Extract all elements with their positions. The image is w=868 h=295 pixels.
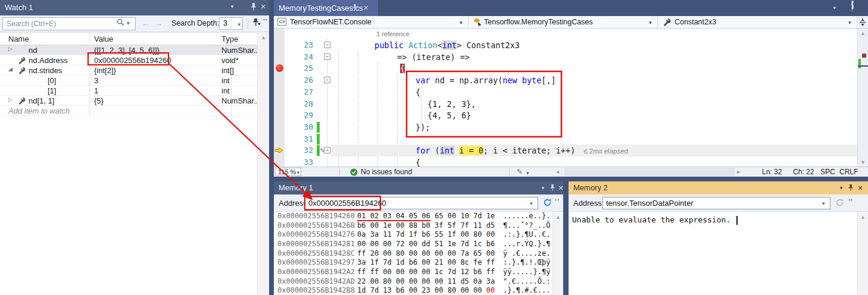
editor-vscrollbar[interactable]: ▲ ▼	[857, 29, 868, 167]
column-header-value[interactable]: Value	[94, 34, 113, 43]
scroll-down-icon[interactable]: ▼	[858, 159, 868, 165]
watch-title: Watch 1	[5, 3, 33, 12]
memory1-titlebar[interactable]: Memory 1 ▾ ✕	[274, 181, 563, 194]
code-text[interactable]: {1, 2, 3},	[427, 98, 476, 110]
nav-member-dropdown[interactable]: Constant2x3 ▾	[658, 16, 857, 28]
fold-box[interactable]: −	[324, 77, 330, 83]
code-token: var	[416, 76, 430, 85]
watch-row[interactable]: nd.Address0x000002556b194260void*	[0, 55, 257, 65]
memory-row[interactable]: 0x000002556B1942973a 1f 7d 1d b6 00 21 0…	[274, 258, 552, 267]
chevron-down-icon[interactable]: ▾	[526, 168, 529, 177]
search-input[interactable]	[2, 17, 136, 30]
scroll-up-icon[interactable]: ▲	[858, 30, 868, 36]
watch-row[interactable]: ◢nd.strides{int[2]}int[]	[0, 65, 257, 76]
zoom-select[interactable]: 115 % ▾	[275, 168, 301, 176]
scroll-up-icon[interactable]: ▲	[858, 214, 868, 220]
add-watch-placeholder[interactable]: Add item to watch	[8, 106, 70, 115]
toolbar-overflow-button[interactable]: ..	[263, 14, 268, 21]
code-text[interactable]: public Action<int> Constant2x3	[374, 39, 520, 51]
code-text[interactable]: {	[400, 62, 405, 74]
insert-mode-status[interactable]: SPC	[820, 167, 835, 177]
code-token: {1, 2, 3},	[427, 99, 476, 109]
collapsed-expander-icon[interactable]: ▷	[8, 46, 13, 52]
chevron-down-icon[interactable]: ▾	[530, 200, 533, 206]
fold-box[interactable]: −	[324, 54, 330, 60]
hscroll-right-arrow-icon[interactable]: ▸	[737, 167, 740, 177]
memory2-vscrollbar[interactable]: ▲	[857, 212, 868, 295]
breakpoint-margin[interactable]	[274, 29, 285, 167]
line-ending-status[interactable]: CRLF	[839, 167, 858, 177]
column-header-name[interactable]: Name	[8, 34, 29, 43]
chevron-down-icon[interactable]: ▾	[822, 200, 825, 206]
nav-class-dropdown[interactable]: Tensorflow.MemoryTestingCases ▾	[469, 16, 658, 28]
close-icon[interactable]: ✕	[556, 181, 563, 194]
close-icon[interactable]: ✕	[258, 0, 268, 13]
refresh-icon[interactable]	[543, 198, 552, 207]
hscroll-left-arrow-icon[interactable]: ◂	[556, 167, 559, 177]
watch-value: 1	[94, 86, 98, 95]
nav-project-dropdown[interactable]: C# TensorFlowNET.Console ▾	[274, 16, 469, 28]
collapsed-expander-icon[interactable]: ▷	[8, 96, 13, 102]
expanded-expander-icon[interactable]: ◢	[8, 66, 13, 72]
watch-row[interactable]: ▷nd[1, 1]{5}NumShar...	[0, 96, 257, 106]
tab-pin-icon[interactable]	[351, 4, 358, 12]
code-token: byte	[522, 76, 542, 85]
memory1-vscrollbar[interactable]: ▲	[552, 212, 563, 295]
memory2-titlebar[interactable]: Memory 2 ▾ ✕	[569, 181, 868, 194]
gear-icon[interactable]	[851, 0, 854, 11]
scroll-up-icon[interactable]: ▲	[553, 214, 563, 220]
watch-row[interactable]: Add item to watch	[0, 106, 257, 116]
chevron-down-icon[interactable]: ▾	[227, 0, 237, 13]
memory-row[interactable]: 0x000002556B19426Bb6 00 1e 00 88 b0 3f 5…	[274, 221, 552, 230]
pen-icon[interactable]: ✎	[517, 167, 523, 177]
window-chevron-down-icon[interactable]: ▾	[833, 5, 836, 11]
column-status[interactable]: Ch: 22	[793, 167, 814, 177]
watch-vscrollbar[interactable]: ▲	[257, 32, 269, 295]
pin-icon[interactable]	[846, 181, 855, 194]
line-status[interactable]: Ln: 32	[762, 167, 782, 177]
code-text[interactable]: for (int i = 0; i < iterate; i++)≤ 2ms e…	[416, 145, 628, 156]
watch-row[interactable]: ▷nd{[[1, 2, 3], [4, 5, 6]]}NumShar...	[0, 45, 257, 55]
chevron-down-icon[interactable]: ▾	[538, 181, 548, 194]
memory-row[interactable]: 0x000002556B1942760a 3a 11 7d 1f b6 55 1…	[274, 230, 552, 239]
fold-box[interactable]: −	[324, 42, 330, 48]
toolbar-overflow-button[interactable]: ..	[555, 194, 560, 202]
scroll-up-icon[interactable]: ▲	[258, 34, 269, 40]
watch-row[interactable]: [1]1int	[0, 86, 257, 96]
forward-arrow-icon[interactable]: →	[155, 19, 163, 28]
pin-icon[interactable]	[249, 0, 258, 13]
back-arrow-icon[interactable]: ←	[142, 19, 149, 28]
code-text[interactable]: {	[416, 86, 420, 98]
memory-row[interactable]: 0x000002556B1942AD22 00 80 00 00 00 00 1…	[274, 277, 552, 286]
editor-tab[interactable]: MemoryTestingCases.cs ✕	[274, 0, 378, 16]
chevron-down-icon[interactable]: ▾	[836, 181, 846, 194]
watch-row[interactable]: [0]3int	[0, 76, 257, 86]
memory2-address-input[interactable]	[602, 197, 830, 209]
memory-row[interactable]: 0x000002556B1942B81d 7d 13 b6 00 23 00 8…	[274, 286, 552, 295]
watch-titlebar[interactable]: Watch 1 ▾ ✕	[0, 0, 269, 15]
fold-box[interactable]: −	[324, 147, 330, 153]
search-options-caret-icon[interactable]: ▾	[127, 20, 130, 26]
filter-watch-icon[interactable]	[252, 18, 261, 27]
code-token: {	[400, 64, 405, 73]
memory1-address-input[interactable]	[305, 197, 538, 209]
code-text[interactable]: {4, 5, 6}	[427, 109, 471, 121]
issues-status[interactable]: No issues found	[361, 167, 412, 177]
code-text[interactable]: => (iterate) =>	[397, 51, 470, 63]
watch-name: nd	[29, 46, 37, 55]
search-icon[interactable]	[117, 18, 124, 26]
memory-row[interactable]: 0x000002556B19426001 02 03 04 05 06 65 0…	[274, 212, 552, 221]
memory-row[interactable]: 0x000002556B19428100 00 00 72 00 dd 51 1…	[274, 240, 552, 249]
tab-close-icon[interactable]: ✕	[363, 0, 369, 16]
code-text[interactable]: var nd = np.array(new byte[,]	[416, 74, 556, 86]
code-text[interactable]: });	[416, 121, 430, 133]
column-header-type[interactable]: Type	[221, 34, 238, 43]
search-depth-select[interactable]: 3 ▾	[219, 17, 243, 30]
editor-hscrollbar[interactable]	[564, 168, 735, 176]
split-editor-button[interactable]	[857, 16, 868, 29]
toolbar-overflow-button[interactable]: ..	[848, 194, 853, 202]
close-icon[interactable]: ✕	[855, 181, 865, 194]
codelens-references[interactable]: 1 reference	[376, 30, 410, 37]
memory-row[interactable]: 0x000002556B19428Cff 20 00 80 00 00 00 0…	[274, 249, 552, 258]
memory-row[interactable]: 0x000002556B1942A2ff ff 00 00 00 00 1c 7…	[274, 268, 552, 277]
